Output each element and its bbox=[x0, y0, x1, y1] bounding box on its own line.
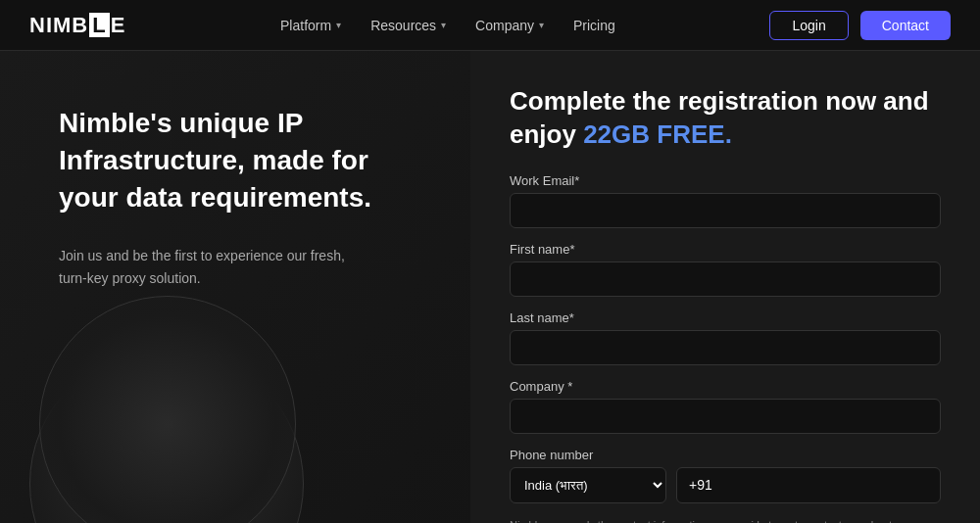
phone-country-select[interactable]: India (भारत) United States (+1) United K… bbox=[510, 467, 666, 503]
company-label: Company * bbox=[510, 379, 941, 394]
nav-resources[interactable]: Resources ▾ bbox=[370, 18, 446, 33]
first-name-group: First name* bbox=[510, 242, 941, 297]
phone-label: Phone number bbox=[510, 448, 941, 462]
phone-number-input[interactable] bbox=[676, 467, 941, 503]
chevron-down-icon: ▾ bbox=[441, 20, 446, 30]
login-button[interactable]: Login bbox=[769, 11, 848, 40]
hero-subtitle: Join us and be the first to experience o… bbox=[59, 245, 372, 289]
hero-title: Nimble's unique IP Infrastructure, made … bbox=[59, 105, 421, 215]
main-content: Nimble's unique IP Infrastructure, made … bbox=[0, 51, 980, 523]
first-name-input[interactable] bbox=[510, 262, 941, 297]
chevron-down-icon: ▾ bbox=[336, 20, 341, 30]
hero-section: Nimble's unique IP Infrastructure, made … bbox=[0, 51, 470, 523]
nav-links: Platform ▾ Resources ▾ Company ▾ Pricing bbox=[280, 18, 615, 33]
nimble-shape-icon bbox=[108, 396, 225, 523]
last-name-group: Last name* bbox=[510, 310, 941, 365]
last-name-label: Last name* bbox=[510, 310, 941, 325]
nav-platform[interactable]: Platform ▾ bbox=[280, 18, 341, 33]
navbar: NIMBLE Platform ▾ Resources ▾ Company ▾ … bbox=[0, 0, 980, 51]
chevron-down-icon: ▾ bbox=[539, 20, 544, 30]
logo-text: NIMBLE bbox=[29, 13, 125, 38]
nav-buttons: Login Contact bbox=[769, 11, 951, 40]
circle-outer bbox=[29, 347, 304, 523]
phone-row: India (भारत) United States (+1) United K… bbox=[510, 467, 941, 503]
work-email-label: Work Email* bbox=[510, 173, 941, 188]
phone-group: Phone number India (भारत) United States … bbox=[510, 448, 941, 503]
form-title-highlight: 22GB FREE. bbox=[583, 119, 732, 149]
contact-button[interactable]: Contact bbox=[860, 11, 951, 40]
form-title: Complete the registration now and enjoy … bbox=[510, 85, 941, 152]
nav-pricing[interactable]: Pricing bbox=[573, 18, 615, 33]
form-container: Complete the registration now and enjoy … bbox=[510, 85, 941, 523]
first-name-label: First name* bbox=[510, 242, 941, 257]
privacy-text: Nimbleway needs the contact information … bbox=[510, 517, 941, 523]
circle-graphic bbox=[29, 327, 304, 523]
last-name-input[interactable] bbox=[510, 330, 941, 365]
nav-company[interactable]: Company ▾ bbox=[475, 18, 544, 33]
registration-form-panel: Complete the registration now and enjoy … bbox=[470, 51, 980, 523]
company-input[interactable] bbox=[510, 399, 941, 434]
logo: NIMBLE bbox=[29, 13, 125, 38]
work-email-group: Work Email* bbox=[510, 173, 941, 228]
company-group: Company * bbox=[510, 379, 941, 434]
work-email-input[interactable] bbox=[510, 193, 941, 228]
